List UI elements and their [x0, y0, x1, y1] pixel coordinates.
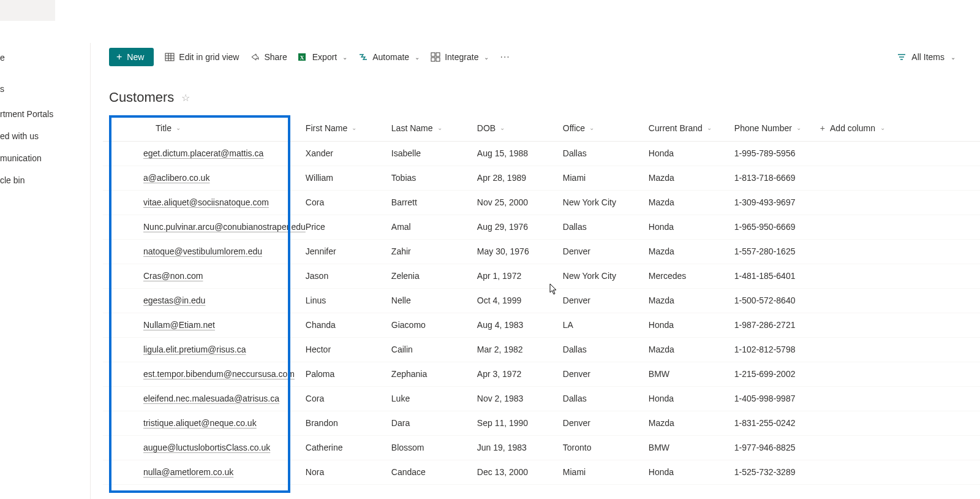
edit-grid-label: Edit in grid view [179, 52, 239, 62]
nav-item[interactable]: munication [0, 147, 90, 169]
cell-title[interactable]: a@aclibero.co.uk [127, 166, 306, 190]
export-label: Export [312, 52, 337, 62]
share-button[interactable]: Share [250, 52, 287, 62]
cell-first-name: Xander [306, 141, 391, 166]
cell-phone: 1-557-280-1625 [734, 239, 820, 264]
cell-dob: Oct 4, 1999 [477, 288, 563, 313]
flow-icon [358, 52, 368, 62]
svg-rect-8 [436, 53, 440, 56]
col-header-add[interactable]: + Add column ⌄ [820, 115, 980, 141]
col-header-title[interactable]: Title⌄ [127, 115, 306, 141]
cell-first-name: Paloma [306, 362, 391, 386]
cell-office: Denver [563, 288, 649, 313]
chevron-down-icon: ⌄ [352, 124, 356, 131]
table-row[interactable]: Nunc.pulvinar.arcu@conubianostraper.eduP… [103, 215, 980, 239]
cell-dob: May 30, 1976 [477, 239, 563, 264]
cell-title[interactable]: Nullam@Etiam.net [127, 313, 306, 337]
cell-phone: 1-965-950-6669 [734, 215, 820, 239]
col-header-dob[interactable]: DOB⌄ [477, 115, 563, 141]
cell-last-name: Dara [391, 411, 477, 435]
table-row[interactable]: vitae.aliquet@sociisnatoque.comCoraBarre… [103, 190, 980, 215]
integrate-button[interactable]: Integrate ⌄ [431, 52, 489, 62]
col-header-current-brand[interactable]: Current Brand⌄ [649, 115, 734, 141]
cell-brand: Mercedes [649, 264, 734, 288]
cell-dob: Nov 25, 2000 [477, 190, 563, 215]
left-nav: e s rtment Portals ed with us munication… [0, 43, 91, 499]
content-area: + New Edit in grid view Share X Export ⌄ [91, 43, 980, 485]
cell-office: Dallas [563, 386, 649, 411]
integrate-label: Integrate [445, 52, 478, 62]
cell-office: Miami [563, 166, 649, 190]
table-row[interactable]: nulla@ametlorem.co.ukNoraCandaceDec 13, … [103, 460, 980, 484]
col-header-last-name[interactable]: Last Name⌄ [391, 115, 477, 141]
table-row[interactable]: Cras@non.comJasonZeleniaApr 1, 1972New Y… [103, 264, 980, 288]
plus-icon: + [820, 123, 825, 133]
chevron-down-icon: ⌄ [796, 124, 801, 131]
cell-title[interactable]: natoque@vestibulumlorem.edu [127, 239, 306, 264]
cell-phone: 1-215-699-2002 [734, 362, 820, 386]
cell-office: Miami [563, 460, 649, 484]
view-switcher[interactable]: All Items ⌄ [897, 52, 962, 62]
cell-office: Denver [563, 239, 649, 264]
cell-title[interactable]: eget.dictum.placerat@mattis.ca [127, 141, 306, 166]
integrate-icon [431, 52, 440, 62]
new-button-label: New [127, 52, 144, 62]
export-button[interactable]: X Export ⌄ [298, 52, 347, 62]
cell-title[interactable]: Nunc.pulvinar.arcu@conubianostraper.edu [127, 215, 306, 239]
cell-first-name: William [306, 166, 391, 190]
col-header-office[interactable]: Office⌄ [563, 115, 649, 141]
cell-brand: Mazda [649, 190, 734, 215]
table-row[interactable]: augue@luctuslobortisClass.co.ukCatherine… [103, 435, 980, 460]
cell-title[interactable]: ligula.elit.pretium@risus.ca [127, 337, 306, 362]
cell-dob: Nov 2, 1983 [477, 386, 563, 411]
cell-office: LA [563, 313, 649, 337]
svg-rect-9 [431, 58, 435, 61]
cell-phone: 1-813-718-6669 [734, 166, 820, 190]
nav-item[interactable]: e [0, 53, 90, 78]
new-button[interactable]: + New [109, 48, 154, 66]
table-row[interactable]: eleifend.nec.malesuada@atrisus.caCoraLuk… [103, 386, 980, 411]
cell-dob: Apr 1, 1972 [477, 264, 563, 288]
cell-title[interactable]: vitae.aliquet@sociisnatoque.com [127, 190, 306, 215]
table-row[interactable]: eget.dictum.placerat@mattis.caXanderIsab… [103, 141, 980, 166]
cell-first-name: Catherine [306, 435, 391, 460]
cell-title[interactable]: eleifend.nec.malesuada@atrisus.ca [127, 386, 306, 411]
nav-item[interactable]: rtment Portals [0, 103, 90, 125]
cell-title[interactable]: augue@luctuslobortisClass.co.uk [127, 435, 306, 460]
nav-item[interactable]: cle bin [0, 169, 90, 191]
cell-last-name: Tobias [391, 166, 477, 190]
table-row[interactable]: a@aclibero.co.ukWilliamTobiasApr 28, 198… [103, 166, 980, 190]
cell-last-name: Candace [391, 460, 477, 484]
col-header-phone[interactable]: Phone Number⌄ [734, 115, 820, 141]
cell-last-name: Cailin [391, 337, 477, 362]
cell-dob: Apr 28, 1989 [477, 166, 563, 190]
nav-item[interactable]: s [0, 78, 90, 103]
table-row[interactable]: est.tempor.bibendum@neccursusa.comPaloma… [103, 362, 980, 386]
cell-brand: Mazda [649, 166, 734, 190]
cell-first-name: Price [306, 215, 391, 239]
table-row[interactable]: Nullam@Etiam.netChandaGiacomoAug 4, 1983… [103, 313, 980, 337]
table-row[interactable]: egestas@in.eduLinusNelleOct 4, 1999Denve… [103, 288, 980, 313]
favorite-star-icon[interactable]: ☆ [181, 92, 190, 104]
cell-title[interactable]: nulla@ametlorem.co.uk [127, 460, 306, 484]
chevron-down-icon: ⌄ [415, 54, 420, 61]
edit-grid-button[interactable]: Edit in grid view [165, 52, 239, 62]
cell-phone: 1-500-572-8640 [734, 288, 820, 313]
table-row[interactable]: natoque@vestibulumlorem.eduJenniferZahir… [103, 239, 980, 264]
table-row[interactable]: ligula.elit.pretium@risus.caHectorCailin… [103, 337, 980, 362]
cell-title[interactable]: est.tempor.bibendum@neccursusa.com [127, 362, 306, 386]
cell-office: Dallas [563, 215, 649, 239]
more-actions[interactable]: ··· [500, 51, 510, 63]
cell-title[interactable]: tristique.aliquet@neque.co.uk [127, 411, 306, 435]
col-header-first-name[interactable]: First Name⌄ [306, 115, 391, 141]
cell-dob: Aug 29, 1976 [477, 215, 563, 239]
cell-title[interactable]: Cras@non.com [127, 264, 306, 288]
table-row[interactable]: tristique.aliquet@neque.co.ukBrandonDara… [103, 411, 980, 435]
cell-last-name: Zahir [391, 239, 477, 264]
cell-title[interactable]: egestas@in.edu [127, 288, 306, 313]
nav-item[interactable]: ed with us [0, 125, 90, 147]
cell-brand: Mazda [649, 239, 734, 264]
automate-button[interactable]: Automate ⌄ [358, 52, 420, 62]
cell-last-name: Nelle [391, 288, 477, 313]
cell-brand: Honda [649, 313, 734, 337]
